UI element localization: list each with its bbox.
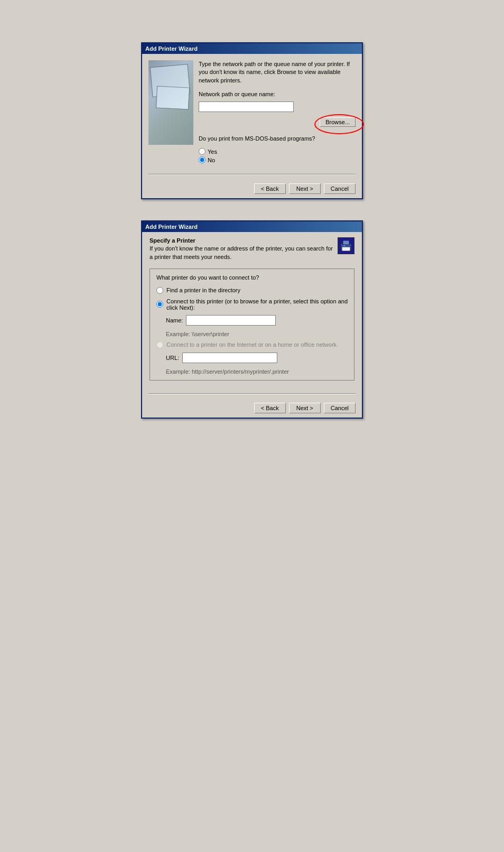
option-find-radio[interactable] (156, 287, 163, 294)
svg-rect-1 (343, 240, 349, 245)
dialog2-options-section: What printer do you want to connect to? … (150, 268, 354, 381)
option-connect-label[interactable]: Connect to this printer (or to browse fo… (156, 298, 348, 311)
url-row: URL: (166, 353, 348, 363)
dialog2-cancel-button[interactable]: Cancel (324, 403, 356, 413)
radio-no-text: No (208, 157, 215, 163)
dialog2-title: Add Printer Wizard (145, 224, 198, 230)
dialog1-title: Add Printer Wizard (145, 45, 198, 52)
radio-no-label[interactable]: No (199, 156, 356, 163)
option-internet-radio[interactable] (156, 341, 163, 348)
divider2 (148, 393, 356, 394)
dialog1-add-printer-wizard: Add Printer Wizard Type the network path… (141, 42, 363, 199)
option-connect-text: Connect to this printer (or to browse fo… (166, 298, 348, 311)
network-label: Network path or queue name: (199, 91, 356, 97)
ms-dos-question: Do you print from MS-DOS-based programs? (199, 135, 356, 142)
url-example: Example: http://server/printers/myprinte… (166, 368, 348, 375)
option-internet-label[interactable]: Connect to a printer on the Internet or … (156, 341, 348, 348)
radio-no-input[interactable] (199, 156, 206, 163)
dialog1-content: Type the network path or the queue name … (199, 60, 356, 163)
question-text: What printer do you want to connect to? (156, 274, 348, 281)
dialog1-cancel-button[interactable]: Cancel (324, 183, 356, 194)
dialog1-description: Type the network path or the queue name … (199, 60, 356, 85)
network-path-input[interactable] (199, 101, 294, 112)
name-label: Name: (166, 317, 183, 323)
url-input[interactable] (182, 353, 277, 363)
svg-rect-2 (342, 247, 350, 251)
ms-dos-radio-group: Yes No (199, 148, 356, 163)
dialog2-titlebar: Add Printer Wizard (142, 221, 362, 232)
printer-icon (338, 237, 354, 254)
dialog2-body: Specify a Printer If you don't know the … (142, 232, 362, 389)
svg-rect-3 (343, 245, 345, 246)
printer-svg (339, 239, 353, 252)
dialog1-btn-row: < Back Next > Cancel (142, 179, 362, 198)
dialog2-back-button[interactable]: < Back (254, 403, 286, 413)
name-input[interactable] (186, 315, 276, 326)
dialog2-header: Specify a Printer If you don't know the … (150, 237, 354, 261)
dialog2-next-button[interactable]: Next > (289, 403, 321, 413)
option-internet-text: Connect to a printer on the Internet or … (166, 341, 338, 348)
option-find-text: Find a printer in the directory (166, 287, 240, 293)
dialog2-section-title: Specify a Printer (150, 237, 333, 244)
dialog2-btn-row: < Back Next > Cancel (142, 399, 362, 418)
name-example: Example: \\server\printer (166, 331, 348, 337)
url-label: URL: (166, 355, 179, 361)
browse-highlight: Browse... (320, 117, 356, 127)
dialog1-next-button[interactable]: Next > (289, 183, 321, 194)
name-row: Name: (166, 315, 348, 326)
option-find-label[interactable]: Find a printer in the directory (156, 287, 348, 294)
dialog2-header-text: Specify a Printer If you don't know the … (150, 237, 333, 261)
divider1 (148, 174, 356, 175)
dialog1-back-button[interactable]: < Back (254, 183, 286, 194)
dialog2-section-subtitle: If you don't know the name or address of… (150, 245, 333, 261)
radio-yes-text: Yes (208, 149, 217, 155)
dialog1-image (148, 60, 193, 145)
browse-button[interactable]: Browse... (320, 117, 356, 127)
dialog2-add-printer-wizard: Add Printer Wizard Specify a Printer If … (141, 220, 363, 419)
radio-yes-input[interactable] (199, 148, 206, 155)
dialog1-titlebar: Add Printer Wizard (142, 43, 362, 54)
option-connect-radio[interactable] (156, 301, 163, 308)
radio-yes-label[interactable]: Yes (199, 148, 356, 155)
